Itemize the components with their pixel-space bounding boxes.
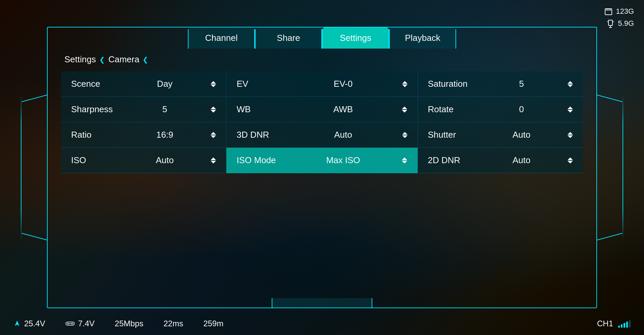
setting-value-r1-c2: 0 (519, 104, 527, 115)
spinner-r2-c0[interactable] (211, 132, 216, 138)
setting-label-r2-c1: 3D DNR (236, 130, 290, 140)
storage2-status: 5.9G (606, 19, 634, 28)
tab-bar: Channel Share Settings Playback (188, 27, 456, 49)
spinner-up-r1-c2[interactable] (568, 107, 573, 109)
setting-label-r3-c0: ISO (71, 155, 125, 165)
settings-cell-r0-c1[interactable]: EV EV-0 (226, 71, 418, 97)
spinner-r0-c1[interactable] (402, 81, 408, 87)
settings-cell-r0-c0[interactable]: Scence Day (61, 71, 226, 97)
spinner-down-r1-c0[interactable] (211, 110, 216, 113)
latency-stat: 22ms (163, 319, 183, 328)
spinner-down-r1-c2[interactable] (568, 110, 573, 113)
spinner-down-r3-c2[interactable] (568, 161, 573, 163)
voltage2-stat: 7.4V (65, 319, 95, 328)
setting-value-r0-c1: EV-0 (334, 79, 356, 89)
settings-cell-r2-c1[interactable]: 3D DNR Auto (226, 122, 418, 148)
setting-value-r0-c2: 5 (519, 79, 527, 89)
spinner-down-r3-c1[interactable] (402, 161, 407, 163)
settings-cell-r3-c2[interactable]: 2D DNR Auto (418, 148, 583, 173)
goggles-icon (65, 321, 75, 327)
spinner-down-r3-c0[interactable] (211, 161, 216, 163)
settings-cell-r3-c0[interactable]: ISO Auto (61, 148, 226, 173)
breadcrumb-arrow-1: ❮ (99, 56, 105, 64)
settings-cell-r1-c1[interactable]: WB AWB (226, 97, 418, 122)
spinner-r1-c1[interactable] (402, 107, 407, 113)
spinner-r3-c0[interactable] (211, 157, 216, 163)
ui-container: 123G 5.9G Channel (0, 0, 644, 335)
spinner-r1-c0[interactable] (211, 107, 216, 113)
storage1-value: 123G (616, 7, 634, 16)
svg-marker-10 (15, 321, 19, 326)
spinner-down-r1-c1[interactable] (402, 110, 407, 113)
setting-value-r0-c0: Day (157, 79, 176, 89)
spinner-down-r0-c1[interactable] (402, 84, 408, 87)
setting-label-r0-c0: Scence (71, 79, 125, 89)
spinner-down-r2-c2[interactable] (568, 135, 573, 138)
voltage1-stat: 25.4V (13, 319, 45, 328)
settings-cell-r1-c2[interactable]: Rotate 0 (418, 97, 583, 122)
spinner-r3-c1[interactable] (402, 157, 407, 163)
spinner-up-r0-c1[interactable] (402, 81, 408, 84)
breadcrumb-settings: Settings (64, 54, 96, 65)
connector-right-bottom (596, 233, 623, 241)
frame-line-left (21, 94, 21, 241)
spinner-up-r2-c0[interactable] (211, 132, 216, 135)
settings-cell-r3-c1[interactable]: ISO Mode Max ISO (226, 148, 418, 173)
spinner-up-r1-c0[interactable] (211, 107, 216, 109)
breadcrumb: Settings ❮ Camera ❮ (61, 54, 583, 65)
setting-label-r1-c2: Rotate (428, 104, 482, 115)
settings-cell-r2-c0[interactable]: Ratio 16:9 (61, 122, 226, 148)
spinner-up-r3-c0[interactable] (211, 157, 216, 160)
tab-channel[interactable]: Channel (188, 27, 255, 49)
settings-cell-r0-c2[interactable]: Saturation 5 (418, 71, 583, 97)
spinner-r1-c2[interactable] (568, 107, 573, 113)
signal-bar-1 (618, 326, 620, 328)
spinner-up-r3-c1[interactable] (402, 157, 407, 160)
spinner-up-r3-c2[interactable] (568, 157, 573, 160)
setting-value-r2-c2: Auto (513, 130, 534, 140)
spinner-r2-c1[interactable] (402, 132, 408, 138)
settings-cell-r2-c2[interactable]: Shutter Auto (418, 122, 583, 148)
spinner-up-r0-c0[interactable] (211, 81, 216, 84)
signal-bar-2 (621, 324, 623, 328)
setting-value-r1-c1: AWB (333, 104, 356, 115)
spinner-up-r2-c1[interactable] (402, 132, 408, 135)
spinner-r0-c2[interactable] (568, 81, 573, 87)
setting-value-r3-c1: Max ISO (326, 155, 363, 165)
setting-label-r0-c1: EV (236, 79, 290, 89)
setting-label-r1-c1: WB (236, 104, 290, 115)
setting-value-r1-c0: 5 (162, 104, 170, 115)
spinner-down-r0-c0[interactable] (211, 84, 216, 87)
content-area: Settings ❮ Camera ❮ Scence Day EV EV-0 (48, 48, 596, 308)
bottom-bar: 25.4V 7.4V 25Mbps 22ms 259m CH1 (0, 319, 644, 328)
svg-rect-13 (71, 323, 73, 325)
channel-signal: CH1 (597, 319, 631, 328)
spinner-r0-c0[interactable] (211, 81, 216, 87)
connector-left-bottom (21, 233, 48, 241)
spinner-down-r0-c2[interactable] (568, 84, 573, 87)
spinner-down-r2-c1[interactable] (402, 135, 408, 138)
connector-right-top (596, 94, 623, 102)
setting-value-r3-c0: Auto (156, 155, 177, 165)
setting-label-r3-c2: 2D DNR (428, 155, 482, 165)
spinner-up-r2-c2[interactable] (568, 132, 573, 135)
svg-rect-12 (67, 323, 69, 325)
spinner-up-r0-c2[interactable] (568, 81, 573, 84)
spinner-r2-c2[interactable] (568, 132, 573, 138)
storage1-status: 123G (604, 7, 634, 16)
spinner-r3-c2[interactable] (568, 157, 573, 163)
setting-label-r2-c2: Shutter (428, 130, 482, 140)
breadcrumb-camera: Camera (108, 54, 139, 65)
connector-left-top (21, 94, 48, 102)
spinner-down-r2-c0[interactable] (211, 135, 216, 138)
voltage1-value: 25.4V (24, 319, 45, 328)
settings-cell-r1-c0[interactable]: Sharpness 5 (61, 97, 226, 122)
tab-settings[interactable]: Settings (322, 27, 389, 49)
spinner-up-r1-c1[interactable] (402, 107, 407, 109)
tab-playback[interactable]: Playback (389, 27, 456, 49)
storage2-value: 5.9G (618, 19, 634, 28)
tab-share[interactable]: Share (255, 27, 322, 49)
setting-label-r2-c0: Ratio (71, 130, 125, 140)
distance-value: 259m (203, 319, 223, 328)
signal-bars (618, 320, 631, 328)
